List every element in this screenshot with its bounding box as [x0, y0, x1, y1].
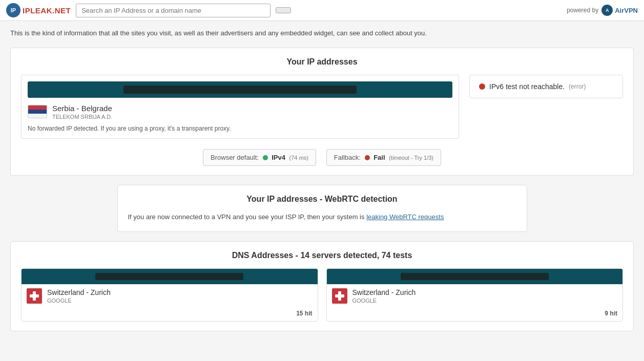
dns-bar-2 — [327, 269, 623, 284]
dns-hit-2: 9 hit — [327, 308, 623, 321]
ip-section-box: Your IP addresses Serbia - Belgrade TELE… — [10, 48, 634, 176]
dns-city-1: Switzerland - Zurich — [47, 288, 111, 296]
webrtc-section-title: Your IP addresses - WebRTC detection — [128, 195, 516, 204]
main-content: This is the kind of information that all… — [0, 21, 644, 338]
dns-info-1: Switzerland - Zurich GOOGLE — [22, 284, 318, 308]
flag-swiss-2 — [332, 288, 347, 304]
webrtc-leak-link[interactable]: leaking WebRTC requests — [366, 213, 444, 221]
ip-no-forward-text: No forwarded IP detected. If you are usi… — [28, 125, 452, 132]
logo-text: IPLEAK.NET — [23, 6, 71, 15]
ip-location-text: Serbia - Belgrade TELEKOM SRBIJA a.d. — [52, 104, 112, 120]
dns-bar-1 — [22, 269, 318, 284]
ipv6-status-dot — [479, 83, 485, 90]
flag-stripe-blue — [28, 110, 47, 114]
flag-serbia — [28, 105, 47, 118]
fallback-badge: Fallback: Fail (timeout - Try 1/3) — [326, 149, 441, 166]
dns-redacted-bar-2 — [401, 273, 549, 280]
webrtc-text: If you are now connected to a VPN and yo… — [128, 212, 516, 223]
ipv6-label: IPv6 test not reachable. — [489, 82, 565, 91]
flag-swiss-1 — [27, 288, 42, 304]
ip-city: Serbia - Belgrade — [52, 104, 112, 113]
ip-main-card: Serbia - Belgrade TELEKOM SRBIJA a.d. No… — [21, 75, 459, 139]
webrtc-section-box: Your IP addresses - WebRTC detection If … — [117, 185, 527, 232]
airvpn-logo-icon: A — [601, 5, 613, 16]
dns-city-2: Switzerland - Zurich — [352, 288, 416, 296]
intro-text: This is the kind of information that all… — [10, 28, 634, 38]
dns-location-1: Switzerland - Zurich GOOGLE — [47, 288, 111, 304]
dns-hit-1: 15 hit — [22, 308, 318, 321]
swiss-cross-v-1 — [33, 291, 36, 301]
browser-default-badge: Browser default: IPv4 (74 ms) — [203, 149, 316, 166]
dns-info-2: Switzerland - Zurich GOOGLE — [327, 284, 623, 308]
search-input[interactable] — [76, 4, 271, 17]
dns-section-title: DNS Addresses - 14 servers detected, 74 … — [21, 251, 623, 260]
header-left: IP IPLEAK.NET — [6, 3, 291, 17]
browser-default-protocol: IPv4 — [272, 154, 285, 161]
status-row: Browser default: IPv4 (74 ms) Fallback: … — [21, 149, 623, 166]
ip-section-content: Serbia - Belgrade TELEKOM SRBIJA a.d. No… — [21, 75, 623, 139]
ip-bar — [28, 81, 452, 98]
ip-isp: TELEKOM SRBIJA a.d. — [52, 114, 112, 120]
dns-grid: Switzerland - Zurich GOOGLE 15 hit — [21, 268, 623, 322]
ipv6-error: (error) — [569, 83, 586, 90]
dns-card-1: Switzerland - Zurich GOOGLE 15 hit — [21, 268, 318, 322]
airvpn-label: AirVPN — [615, 7, 638, 14]
logo-icon: IP — [6, 3, 20, 17]
ip-redacted-bar — [123, 86, 357, 94]
browser-default-ms: (74 ms) — [289, 155, 308, 161]
fallback-red-dot — [365, 155, 370, 160]
fallback-dot — [365, 154, 374, 161]
dns-isp-1: GOOGLE — [47, 298, 111, 304]
fallback-label: Fallback: — [334, 154, 361, 161]
logo[interactable]: IP IPLEAK.NET — [6, 3, 71, 17]
flag-stripe-white — [28, 114, 47, 118]
webrtc-text-content: If you are now connected to a VPN and yo… — [128, 213, 365, 221]
dns-redacted-bar-1 — [95, 273, 243, 280]
ip-section-title: Your IP addresses — [21, 57, 623, 67]
dns-location-2: Switzerland - Zurich GOOGLE — [352, 288, 416, 304]
swiss-cross-v-2 — [338, 291, 341, 301]
dns-card-2: Switzerland - Zurich GOOGLE 9 hit — [326, 268, 624, 322]
powered-by-text: powered by — [567, 7, 598, 14]
browser-default-dot — [263, 154, 272, 161]
fallback-status: Fail — [373, 154, 385, 161]
fallback-meta: (timeout - Try 1/3) — [389, 155, 433, 161]
flag-stripe-red — [28, 105, 47, 110]
browser-default-label: Browser default: — [211, 154, 259, 161]
ipv6-card: IPv6 test not reachable. (error) — [469, 75, 623, 98]
airvpn-badge[interactable]: A AirVPN — [601, 5, 638, 16]
search-button[interactable] — [276, 7, 291, 13]
browser-default-green-dot — [263, 155, 268, 160]
dns-isp-2: GOOGLE — [352, 298, 416, 304]
header: IP IPLEAK.NET powered by A AirVPN — [0, 0, 644, 21]
dns-section-box: DNS Addresses - 14 servers detected, 74 … — [10, 241, 634, 331]
ip-location: Serbia - Belgrade TELEKOM SRBIJA a.d. — [28, 104, 452, 120]
header-right: powered by A AirVPN — [567, 5, 638, 16]
